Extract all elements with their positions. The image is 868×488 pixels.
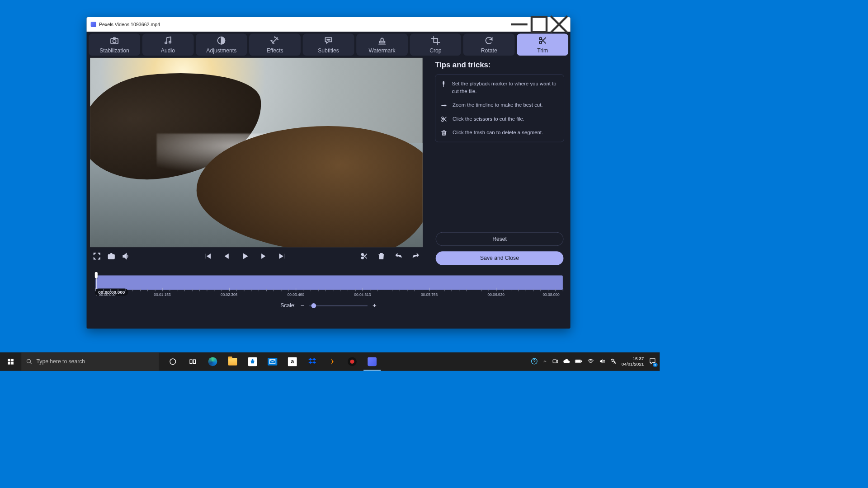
delete-button[interactable] [377,251,386,261]
snapshot-button[interactable] [107,251,116,261]
app-icon [91,22,96,27]
playhead[interactable] [95,272,98,278]
step-back-button[interactable] [222,251,231,261]
scale-slider[interactable] [309,305,368,306]
tips-panel: Set the playback marker to where you wan… [435,74,564,142]
tool-label: Crop [429,47,441,54]
tip-item: Set the playback marker to where you wan… [440,80,559,95]
undo-button[interactable] [394,251,403,261]
tip-item: Click the scissors to cut the file. [440,115,559,122]
taskbar-app-store[interactable] [243,352,263,371]
timeline-label: 00:00.000 [99,293,116,297]
tip-text: Click the trash can to delete a segment. [453,129,543,136]
tip-text: Zoom the timeline to make the best cut. [453,101,543,109]
titlebar: Pexels Videos 1093662.mp4 [87,17,571,32]
tool-label: Adjustments [206,47,236,54]
taskbar-app-amazon[interactable]: a [283,352,302,371]
taskbar-app-winamp[interactable] [322,352,342,371]
tray-language-icon[interactable] [610,358,617,366]
svg-rect-33 [193,360,196,363]
cut-button[interactable] [359,251,369,261]
tool-rotate[interactable]: Rotate [463,33,515,56]
reset-button[interactable]: Reset [436,232,564,246]
tray-notifications[interactable]: 5 [649,357,656,366]
tool-audio[interactable]: Audio [142,33,193,56]
scale-minus-button[interactable]: − [301,301,305,309]
save-close-button[interactable]: Save and Close [436,251,564,265]
tool-label: Effects [267,47,283,54]
tip-item: Click the trash can to delete a segment. [440,129,559,136]
maximize-button[interactable] [529,17,549,32]
redo-button[interactable] [411,251,420,261]
taskbar-app-current[interactable] [362,352,382,371]
step-forward-button[interactable] [259,251,268,261]
timeline[interactable]: 00:00:00.000 00:00.00000:01.15300:02.306… [87,271,571,312]
tool-stabilization[interactable]: Stabilization [89,33,140,56]
tool-label: Watermark [368,47,395,54]
tray-wifi-icon[interactable] [587,358,594,365]
tool-label: Stabilization [99,47,129,54]
taskbar-app-edge[interactable] [203,352,222,371]
svg-point-10 [328,39,329,40]
window-title: Pexels Videos 1093662.mp4 [99,22,160,27]
volume-button[interactable] [121,251,131,261]
svg-point-5 [113,39,116,42]
trash-icon [440,129,448,136]
svg-point-15 [110,255,113,258]
timeline-clip[interactable] [95,276,563,290]
tool-effects[interactable]: Effects [249,33,301,56]
scissors-icon [440,115,448,122]
tool-label: Subtitles [318,47,339,54]
svg-rect-28 [11,362,14,365]
svg-point-11 [329,39,330,40]
tool-trim[interactable]: Trim [517,33,568,56]
scale-plus-button[interactable]: + [373,301,377,309]
video-preview[interactable] [90,58,423,248]
tip-item: Zoom the timeline to make the best cut. [440,101,559,109]
taskbar-app-explorer[interactable] [222,352,242,371]
close-button[interactable] [549,17,569,32]
notif-count: 5 [653,363,657,366]
tray-clock[interactable]: 15:37 04/01/2021 [622,357,644,367]
taskbar-app-recorder[interactable] [342,352,362,371]
timeline-label: 00:06.920 [488,293,505,297]
scale-label: Scale: [280,302,296,309]
tray-meet-icon[interactable] [552,358,558,365]
tool-watermark[interactable]: Watermark [356,33,408,56]
taskbar-taskview[interactable] [183,352,203,371]
timeline-label: 00:03.460 [288,293,304,297]
svg-rect-26 [11,359,14,361]
svg-point-9 [327,39,328,40]
play-button[interactable] [240,251,250,261]
svg-rect-36 [553,360,557,363]
taskbar-search[interactable]: Type here to search [21,352,159,371]
minimize-button[interactable] [509,17,529,32]
tray-onedrive-icon[interactable] [563,359,570,365]
tool-crop[interactable]: Crop [410,33,461,56]
tray-chevron-icon[interactable] [542,359,547,365]
tool-label: Rotate [481,47,497,54]
tool-subtitles[interactable]: Subtitles [303,33,354,56]
skip-start-button[interactable] [203,251,212,261]
svg-line-30 [30,362,31,364]
timeline-label: 00:01.153 [154,293,170,297]
tips-heading: Tips and tricks: [435,61,564,70]
toolbar: StabilizationAudioAdjustmentsEffectsSubt… [87,32,571,58]
fullscreen-button[interactable] [92,251,102,261]
tray-help-icon[interactable] [531,358,538,366]
tray-volume-icon[interactable] [599,358,605,365]
taskbar-app-mail[interactable] [263,352,283,371]
tip-text: Set the playback marker to where you wan… [452,80,559,95]
svg-point-29 [27,359,30,363]
taskbar-cortana[interactable] [163,352,183,371]
svg-rect-1 [532,17,547,32]
skip-end-button[interactable] [277,251,287,261]
timeline-ruler: 00:00.00000:01.15300:02.30600:03.46000:0… [95,289,563,296]
timeline-label: 00:02.306 [221,293,237,297]
start-button[interactable] [0,352,21,371]
taskbar-app-dropbox[interactable] [302,352,322,371]
timeline-label: 00:04.613 [354,293,371,297]
tip-text: Click the scissors to cut the file. [453,115,524,122]
tool-adjustments[interactable]: Adjustments [196,33,247,56]
tray-battery-icon[interactable] [575,359,582,365]
